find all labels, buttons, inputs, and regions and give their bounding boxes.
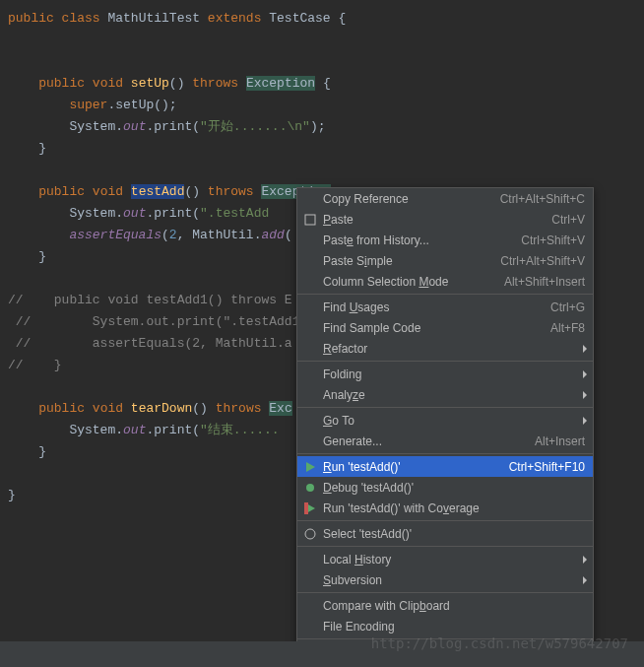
menu-select-testadd[interactable]: Select 'testAdd()' bbox=[297, 523, 593, 544]
menu-subversion[interactable]: Subversion bbox=[297, 569, 593, 590]
menu-separator bbox=[297, 361, 593, 362]
menu-label: Run 'testAdd()' bbox=[323, 460, 497, 474]
blank-icon bbox=[301, 618, 319, 635]
menu-analyze[interactable]: Analyze bbox=[297, 384, 593, 405]
menu-label: Local History bbox=[323, 553, 585, 567]
run-icon bbox=[301, 458, 319, 476]
menu-shortcut: Ctrl+V bbox=[551, 213, 585, 227]
menu-run-testadd[interactable]: Run 'testAdd()' Ctrl+Shift+F10 bbox=[297, 456, 593, 477]
blank-icon bbox=[301, 366, 319, 383]
menu-label: Go To bbox=[323, 414, 585, 428]
menu-separator bbox=[297, 407, 593, 408]
blank-icon bbox=[301, 386, 319, 404]
menu-paste[interactable]: Paste Ctrl+V bbox=[297, 209, 593, 230]
menu-compare-clipboard[interactable]: Compare with Clipboard bbox=[297, 595, 593, 616]
submenu-arrow-icon bbox=[583, 576, 587, 584]
menu-label: Subversion bbox=[323, 573, 585, 587]
blank-icon bbox=[301, 412, 319, 430]
submenu-arrow-icon bbox=[583, 345, 587, 353]
svg-rect-4 bbox=[304, 502, 308, 514]
menu-separator bbox=[297, 453, 593, 454]
paste-icon bbox=[301, 211, 319, 229]
menu-label: Refactor bbox=[323, 342, 585, 356]
svg-point-2 bbox=[306, 484, 314, 492]
blank-icon bbox=[301, 340, 319, 358]
blank-icon bbox=[301, 299, 319, 316]
editor-context-menu: Copy Reference Ctrl+Alt+Shift+C Paste Ct… bbox=[296, 187, 594, 667]
status-bar bbox=[0, 641, 644, 667]
menu-shortcut: Alt+F8 bbox=[550, 321, 585, 335]
menu-shortcut: Ctrl+G bbox=[550, 300, 585, 314]
menu-separator bbox=[297, 592, 593, 593]
menu-label: Copy Reference bbox=[323, 192, 488, 206]
menu-paste-simple[interactable]: Paste Simple Ctrl+Alt+Shift+V bbox=[297, 250, 593, 271]
menu-label: Paste from History... bbox=[323, 233, 509, 247]
blank-icon bbox=[301, 551, 319, 568]
submenu-arrow-icon bbox=[583, 391, 587, 399]
menu-shortcut: Ctrl+Shift+V bbox=[521, 233, 585, 247]
submenu-arrow-icon bbox=[583, 556, 587, 564]
menu-separator bbox=[297, 546, 593, 547]
menu-label: Paste Simple bbox=[323, 254, 488, 268]
menu-shortcut: Alt+Insert bbox=[535, 434, 585, 448]
menu-separator bbox=[297, 638, 593, 639]
menu-label: Generate... bbox=[323, 434, 523, 448]
debug-icon bbox=[301, 479, 319, 497]
submenu-arrow-icon bbox=[583, 370, 587, 378]
blank-icon bbox=[301, 319, 319, 337]
blank-icon bbox=[301, 433, 319, 450]
blank-icon bbox=[301, 252, 319, 270]
menu-label: Find Sample Code bbox=[323, 321, 539, 335]
menu-shortcut: Alt+Shift+Insert bbox=[504, 275, 585, 289]
submenu-arrow-icon bbox=[583, 417, 587, 425]
menu-copy-reference[interactable]: Copy Reference Ctrl+Alt+Shift+C bbox=[297, 188, 593, 209]
svg-rect-0 bbox=[305, 215, 315, 225]
menu-run-coverage[interactable]: Run 'testAdd()' with Coverage bbox=[297, 498, 593, 518]
menu-label: Select 'testAdd()' bbox=[323, 527, 585, 541]
svg-point-5 bbox=[305, 529, 315, 539]
blank-icon bbox=[301, 232, 319, 249]
menu-separator bbox=[297, 294, 593, 295]
menu-refactor[interactable]: Refactor bbox=[297, 338, 593, 359]
menu-label: Compare with Clipboard bbox=[323, 599, 585, 613]
menu-find-sample-code[interactable]: Find Sample Code Alt+F8 bbox=[297, 317, 593, 338]
menu-folding[interactable]: Folding bbox=[297, 364, 593, 384]
menu-label: Folding bbox=[323, 367, 585, 381]
menu-debug-testadd[interactable]: Debug 'testAdd()' bbox=[297, 477, 593, 498]
menu-goto[interactable]: Go To bbox=[297, 410, 593, 431]
menu-label: Run 'testAdd()' with Coverage bbox=[323, 501, 585, 515]
menu-shortcut: Ctrl+Alt+Shift+C bbox=[500, 192, 585, 206]
menu-label: Find Usages bbox=[323, 300, 539, 314]
blank-icon bbox=[301, 273, 319, 291]
menu-generate[interactable]: Generate... Alt+Insert bbox=[297, 431, 593, 451]
menu-find-usages[interactable]: Find Usages Ctrl+G bbox=[297, 297, 593, 317]
menu-label: Debug 'testAdd()' bbox=[323, 481, 585, 495]
menu-column-selection[interactable]: Column Selection Mode Alt+Shift+Insert bbox=[297, 271, 593, 292]
menu-file-encoding[interactable]: File Encoding bbox=[297, 616, 593, 636]
select-icon bbox=[301, 525, 319, 543]
blank-icon bbox=[301, 190, 319, 208]
coverage-icon bbox=[301, 500, 319, 517]
blank-icon bbox=[301, 597, 319, 615]
svg-marker-1 bbox=[306, 462, 315, 472]
menu-label: File Encoding bbox=[323, 620, 585, 634]
menu-label: Paste bbox=[323, 213, 540, 227]
menu-separator bbox=[297, 520, 593, 521]
menu-label: Analyze bbox=[323, 388, 585, 402]
menu-shortcut: Ctrl+Alt+Shift+V bbox=[500, 254, 585, 268]
blank-icon bbox=[301, 571, 319, 589]
menu-label: Column Selection Mode bbox=[323, 275, 492, 289]
menu-local-history[interactable]: Local History bbox=[297, 549, 593, 569]
menu-shortcut: Ctrl+Shift+F10 bbox=[509, 460, 585, 474]
menu-paste-history[interactable]: Paste from History... Ctrl+Shift+V bbox=[297, 230, 593, 250]
